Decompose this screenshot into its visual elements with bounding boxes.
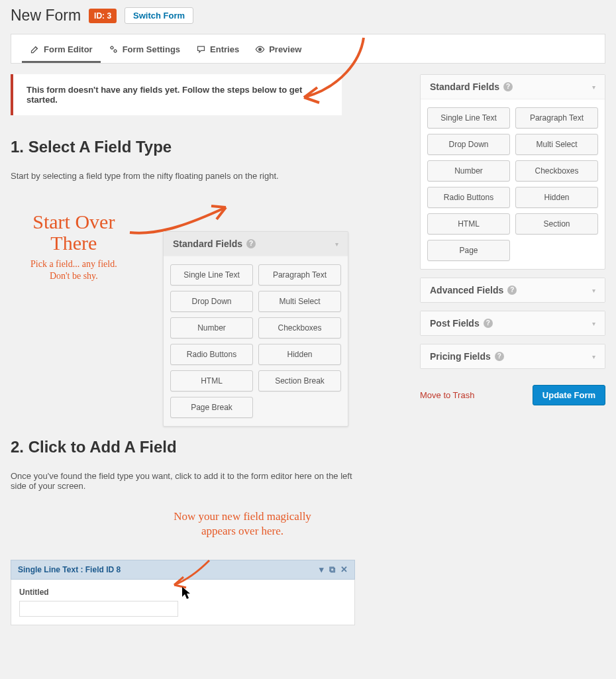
field-type-button[interactable]: Section Break [258,370,341,392]
tab-form-editor[interactable]: Form Editor [22,34,101,63]
tabs-bar: Form Editor Form Settings Entries Previe… [11,34,605,64]
eye-icon [255,44,265,54]
help-icon[interactable]: ? [507,286,517,295]
duplicate-icon[interactable]: ⧉ [329,564,335,575]
panel-header[interactable]: Standard Fields? ▾ [421,75,605,99]
standard-fields-panel: Standard Fields? ▾ Single Line Text Para… [420,74,605,270]
field-type-button[interactable]: Drop Down [170,291,253,312]
step2-illustration: Now your new field magicallyappears over… [11,509,355,625]
handwriting-start-over-there: Start OverThere Pick a field... any fiel… [30,211,117,282]
step2-heading: 2. Click to Add A Field [11,438,407,456]
help-icon[interactable]: ? [495,352,504,361]
tab-label: Form Settings [123,44,180,54]
switch-form-button[interactable]: Switch Form [125,7,193,24]
tab-label: Preview [269,44,301,54]
field-type-button[interactable]: Checkboxes [515,160,598,182]
pencil-icon [30,44,40,54]
chevron-down-icon: ▾ [335,240,338,248]
panel-title-text: Post Fields [430,318,480,329]
field-type-button[interactable]: Multi Select [258,291,341,312]
field-type-button[interactable]: Section [515,213,598,235]
chevron-down-icon: ▾ [592,287,595,294]
field-type-button[interactable]: Paragraph Text [258,264,341,286]
field-type-button[interactable]: Number [170,317,253,339]
empty-form-notice: This form doesn't have any fields yet. F… [11,74,342,115]
field-type-button[interactable]: Hidden [258,344,341,365]
field-type-button[interactable]: Single Line Text [427,107,510,129]
step1-desc: Start by selecting a field type from the… [11,171,407,181]
field-type-button[interactable]: Radio Buttons [170,344,253,365]
help-icon[interactable]: ? [484,319,493,328]
field-type-button[interactable]: Multi Select [515,134,598,155]
field-type-button[interactable]: Single Line Text [170,264,253,286]
step2-desc: Once you've found the field type you wan… [11,471,355,491]
panel-title-text: Standard Fields [173,238,242,249]
field-text-input[interactable] [19,601,178,617]
field-label: Untitled [19,588,346,597]
pricing-fields-panel: Pricing Fields? ▾ [420,344,605,369]
tab-form-settings[interactable]: Form Settings [101,34,188,63]
field-type-button[interactable]: Radio Buttons [427,187,510,208]
move-to-trash-link[interactable]: Move to Trash [420,390,474,400]
help-icon[interactable]: ? [503,82,513,91]
chevron-down-icon[interactable]: ▾ [319,564,324,575]
field-type-button[interactable]: HTML [427,213,510,235]
chevron-down-icon: ▾ [592,353,595,360]
field-row-title: Single Line Text : Field ID 8 [18,565,121,574]
tab-entries[interactable]: Entries [188,34,247,63]
form-id-badge: ID: 3 [89,9,117,23]
field-row-body: Untitled [11,580,355,625]
field-type-button[interactable]: Page [427,240,510,261]
panel-header[interactable]: Standard Fields? ▾ [164,232,348,256]
post-fields-panel: Post Fields? ▾ [420,311,605,336]
panel-title-text: Standard Fields [430,81,499,92]
field-type-button[interactable]: Number [427,160,510,182]
tab-preview[interactable]: Preview [247,34,309,63]
help-icon[interactable]: ? [246,239,256,248]
field-type-button[interactable]: Hidden [515,187,598,208]
field-type-button[interactable]: Page Break [170,397,253,418]
speech-bubble-icon [196,44,206,54]
panel-title-text: Advanced Fields [430,285,503,295]
update-form-button[interactable]: Update Form [533,385,605,405]
tab-label: Entries [210,44,239,54]
step1-illustration: Start OverThere Pick a field... any fiel… [11,199,348,431]
page-header: New Form ID: 3 Switch Form [11,7,605,25]
handwriting-magically-appears: Now your new field magicallyappears over… [123,509,362,539]
field-type-button[interactable]: Drop Down [427,134,510,155]
svg-point-2 [259,48,262,51]
gears-icon [109,44,119,54]
field-type-button[interactable]: HTML [170,370,253,392]
close-icon[interactable]: ✕ [340,564,348,575]
panel-title-text: Pricing Fields [430,351,491,362]
svg-point-0 [111,46,113,49]
panel-header[interactable]: Advanced Fields? ▾ [421,278,605,302]
advanced-fields-panel: Advanced Fields? ▾ [420,278,605,303]
step1-heading: 1. Select A Field Type [11,138,407,156]
chevron-down-icon: ▾ [592,83,595,91]
field-type-button[interactable]: Checkboxes [258,317,341,339]
chevron-down-icon: ▾ [592,320,595,327]
panel-header[interactable]: Pricing Fields? ▾ [421,344,605,368]
field-row-header[interactable]: Single Line Text : Field ID 8 ▾ ⧉ ✕ [11,560,355,580]
page-title: New Form [11,7,81,25]
panel-header[interactable]: Post Fields? ▾ [421,311,605,335]
svg-point-1 [114,50,117,52]
tab-label: Form Editor [44,44,93,54]
field-type-button[interactable]: Paragraph Text [515,107,598,129]
demo-standard-fields-panel: Standard Fields? ▾ Single Line Text Para… [163,231,348,427]
